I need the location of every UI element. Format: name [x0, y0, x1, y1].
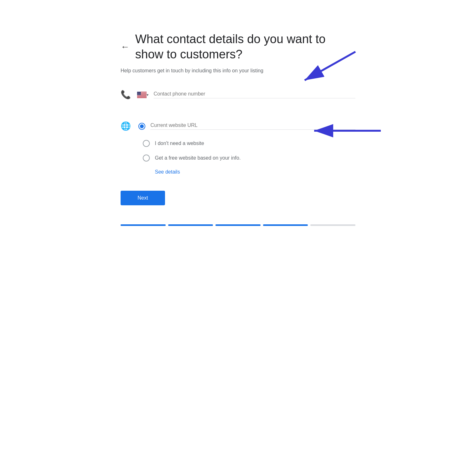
globe-icon: 🌐: [121, 121, 131, 131]
radio-option-current[interactable]: [138, 123, 150, 130]
url-input[interactable]: [150, 122, 355, 128]
svg-rect-8: [137, 96, 147, 96]
website-url-row: 🌐: [121, 121, 355, 131]
back-button[interactable]: ←: [121, 43, 129, 51]
url-row-wrapper: 🌐: [121, 121, 355, 131]
phone-section: 📞: [121, 90, 355, 106]
radio-current-inner: [140, 124, 144, 128]
country-selector[interactable]: ★ ★ ★ ★ ★ ★ ★ ★ ★ ★ ★ ★ ★ ★ ★ ★ ★ ▾: [137, 92, 149, 98]
progress-bar: [121, 224, 355, 226]
subtitle-text: Help customers get in touch by including…: [121, 67, 355, 75]
see-details-link[interactable]: See details: [155, 169, 355, 175]
radio-free-outer[interactable]: [143, 155, 150, 162]
progress-segment-4: [263, 224, 308, 226]
phone-input-wrapper: [154, 91, 355, 98]
radio-option-free[interactable]: Get a free website based on your info.: [143, 155, 241, 162]
next-button[interactable]: Next: [121, 191, 165, 205]
progress-segment-1: [121, 224, 166, 226]
header-row: ← What contact details do you want to sh…: [121, 32, 355, 62]
progress-segment-5: [310, 224, 355, 226]
dropdown-arrow-icon: ▾: [147, 93, 149, 97]
progress-segment-2: [168, 224, 213, 226]
phone-input[interactable]: [154, 91, 355, 97]
phone-icon: 📞: [121, 90, 131, 100]
svg-rect-12: [137, 97, 147, 98]
radio-option-none[interactable]: I don't need a website: [143, 140, 204, 147]
us-flag-icon: ★ ★ ★ ★ ★ ★ ★ ★ ★ ★ ★ ★ ★ ★ ★ ★ ★: [137, 92, 147, 98]
radio-free-label: Get a free website based on your info.: [155, 155, 241, 161]
svg-rect-9: [137, 96, 147, 96]
svg-rect-7: [137, 95, 147, 96]
radio-current-outer[interactable]: [138, 123, 145, 130]
url-input-wrapper: [150, 122, 355, 130]
phone-section-wrapper: 📞: [121, 90, 355, 106]
progress-segment-3: [215, 224, 261, 226]
radio-none-label: I don't need a website: [155, 141, 204, 146]
svg-rect-10: [137, 96, 147, 97]
svg-rect-11: [137, 97, 147, 97]
website-options-list: I don't need a website Get a free websit…: [143, 140, 355, 175]
radio-option-none-row: I don't need a website: [143, 140, 355, 147]
radio-option-free-row: Get a free website based on your info.: [143, 155, 355, 162]
main-container: ← What contact details do you want to sh…: [114, 19, 362, 239]
radio-none-outer[interactable]: [143, 140, 150, 147]
page-title: What contact details do you want to show…: [135, 32, 355, 62]
website-section-wrapper: 🌐: [121, 121, 355, 175]
